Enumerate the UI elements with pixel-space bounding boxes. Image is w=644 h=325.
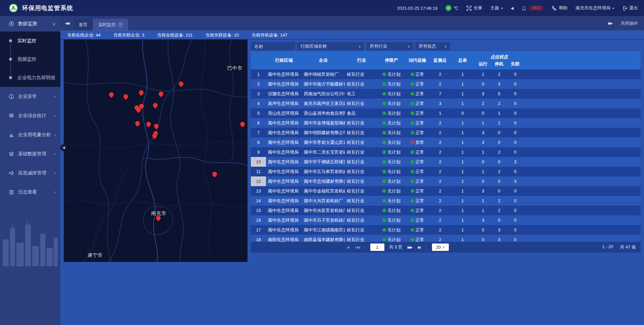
table-row[interactable]: 5营山生态环境局营山县润丰肉食品有限食品无计划正常10010 [251, 108, 641, 118]
cell-running: 0 [475, 79, 491, 89]
map-pin[interactable] [108, 91, 115, 98]
table-row[interactable]: 16阆中生态环境局阆中市石子页岩机砖厂砖瓦行业无计划正常21300 [251, 215, 641, 225]
close-tab-icon[interactable]: × [118, 22, 123, 27]
notifications[interactable]: 2632 [522, 5, 544, 11]
map-pin[interactable] [239, 121, 246, 127]
chevron-down-icon: ∨ [442, 246, 445, 249]
map-pin[interactable] [134, 120, 141, 127]
status-dot-icon [382, 131, 386, 134]
table-row[interactable]: 7阆中生态环境局阆中明阳建材有限公司砖瓦行业无计划正常21300 [251, 128, 641, 138]
cell-stopped: 3 [491, 79, 507, 89]
status-dot-icon [411, 218, 414, 222]
cell-region: 营山生态环境局 [266, 108, 302, 118]
sidebar: 数据监测 ∨ 实时监控 视频监控 企业电力负荷明细 企业异常 ‹ 企业综合统计 … [0, 16, 60, 325]
status-dot-icon [411, 131, 414, 134]
tab-home[interactable]: 首页 [73, 19, 93, 31]
map-pin[interactable] [152, 102, 159, 109]
next-page-icon[interactable]: ▶▶ [408, 245, 412, 250]
sidebar-item-data-monitor[interactable]: 数据监测 ∨ [0, 16, 60, 32]
cell-running: 0 [475, 157, 491, 167]
status-dot-icon [411, 141, 414, 144]
help-button[interactable]: 帮助 [552, 5, 568, 11]
cell-pollution-facility: 正常 [405, 118, 430, 128]
cell-running: 3 [475, 215, 491, 225]
page-size-select[interactable]: 20∨ [432, 243, 449, 251]
map-pin[interactable] [122, 93, 129, 100]
status-dot-icon [411, 121, 414, 125]
status-dot-icon [411, 150, 414, 154]
map-pin[interactable] [178, 80, 184, 87]
table-row[interactable]: 4高坪生态环境局南充市高坪区王家店建砖瓦行业无计划正常31220 [251, 99, 641, 108]
cell-company: 阆中大兴页岩机砖厂 [302, 196, 345, 206]
table-row[interactable]: 8阆中生态环境局阆中市枣碧大梁山页岩砖瓦行业无计划异常21300 [251, 138, 641, 147]
sidebar-item-power-load-detail[interactable]: 企业电力负荷明细 [0, 68, 60, 87]
cell-filler [523, 157, 641, 167]
map-pin[interactable] [145, 121, 152, 127]
tabs-scroll-right-icon[interactable]: ▶▶ [608, 21, 612, 25]
table-row[interactable]: 2阆中生态环境局阆中市南方节能建材有砖瓦行业无计划正常21030 [251, 79, 641, 89]
table-row[interactable]: 15阆中生态环境局阆中市光富页岩机砖厂砖瓦行业无计划正常21120 [251, 206, 641, 215]
table-row[interactable]: 12阆中生态环境局阆中市忠信建材有限公砖瓦行业无计划正常21003 [251, 176, 641, 186]
cell-region: 阆中生态环境局 [266, 138, 302, 147]
sidebar-collapse-handle[interactable]: ◀ [60, 144, 67, 151]
sidebar-item-enterprise-abnormal[interactable]: 企业异常 ‹ [0, 87, 60, 106]
cell-company: 南充市高坪区王家店建 [302, 99, 345, 108]
table-row[interactable]: 10阆中生态环境局阆中市千佛镇五郎垭页岩砖瓦行业无计划正常21003 [251, 157, 641, 167]
table-row[interactable]: 1阆中生态环境局阆中强锐页岩砖厂砖瓦行业无计划正常21120 [251, 69, 641, 79]
table-row[interactable]: 9阆中生态环境局阆中市二龙长宝页岩砖砖瓦行业无计划正常21120 [251, 147, 641, 157]
tab-realtime-monitor[interactable]: 实时监控 × [93, 19, 128, 31]
status-dot-icon [382, 82, 386, 86]
map-pin[interactable] [138, 89, 145, 96]
first-page-icon[interactable]: |◀ [346, 245, 349, 250]
pagination-bar: |◀ ◀◀ | 共 3 页 ▶▶ ▶| | 20∨ 1 - 20 共 47 条 [251, 242, 641, 253]
cell-stopped: 2 [491, 69, 507, 79]
status-dot-icon [411, 72, 414, 76]
org-menu[interactable]: 南充市生态环境局▾ [576, 5, 614, 11]
sidebar-item-power-analysis[interactable]: 企业用电量分析 ‹ [0, 125, 60, 144]
page-number-input[interactable] [370, 243, 384, 251]
map-pin[interactable] [153, 123, 160, 129]
sidebar-item-realtime-monitor[interactable]: 实时监控 [0, 32, 60, 50]
col-limit-production: 停限产 [378, 51, 405, 69]
sidebar-item-emergency-reduction[interactable]: 应急减排管理 ‹ [0, 163, 60, 182]
close-operations-menu[interactable]: 关闭操作 [621, 20, 638, 26]
cell-index: 18 [251, 235, 266, 242]
bullet-dot-icon [9, 39, 12, 42]
sidebar-item-logs[interactable]: 日志查看 ‹ [0, 182, 60, 202]
enterprise-table: 行政区域 企业 行业 停限产 治污设施 监测点 总表 点位状态 运行 停机 失联… [251, 51, 641, 253]
cell-stopped: 2 [491, 196, 507, 206]
prev-page-icon[interactable]: ◀◀ [355, 245, 359, 250]
status-select[interactable]: 所有状态∨ [415, 42, 450, 50]
cell-limit-production: 无计划 [378, 79, 405, 89]
last-page-icon[interactable]: ▶| [418, 245, 420, 250]
cell-pollution-facility: 正常 [405, 186, 430, 196]
main-area: ◀◀ 首页 实时监控 × ▶▶ 关闭操作 当前在线企业: 44 当前失联企业: … [60, 16, 644, 325]
status-dot-icon [382, 179, 386, 183]
table-row[interactable]: 17阆中生态环境局阆中市江南镇阆南页岩砖瓦行业无计划正常21030 [251, 225, 641, 235]
table-row[interactable]: 14阆中生态环境局阆中大兴页岩机砖厂砖瓦行业无计划正常21120 [251, 196, 641, 206]
cell-filler [523, 235, 641, 242]
name-search-input[interactable] [251, 42, 295, 50]
region-select[interactable]: 行政区域名称∨ [297, 42, 364, 50]
cell-index: 9 [251, 147, 266, 157]
map-pin[interactable] [158, 91, 164, 97]
sidebar-item-base-data[interactable]: 基础数据管理 ‹ [0, 144, 60, 163]
industry-select[interactable]: 所有行业∨ [366, 42, 413, 50]
announcement-toggle[interactable]: ◀ [511, 6, 514, 10]
sidebar-item-video-monitor[interactable]: 视频监控 [0, 50, 60, 68]
table-row[interactable]: 11阆中生态环境局阆中市五马桥页岩机砖砖瓦行业无计划正常21120 [251, 167, 641, 176]
sidebar-item-enterprise-statistics[interactable]: 企业综合统计 ‹ [0, 106, 60, 125]
table-row[interactable]: 13阆中生态环境局阆中市金福旺页岩机砖砖瓦行业无计划正常21300 [251, 186, 641, 196]
map-panel[interactable]: 巴中市南充市遂宁市 [64, 40, 248, 262]
fullscreen-button[interactable]: 全屏 [467, 5, 482, 11]
logout-button[interactable]: 退出 [622, 5, 638, 11]
cell-monitor-points: 2 [430, 206, 450, 215]
table-row[interactable]: 3仪陇生态环境局西南油气田分公司川中化工无计划正常71350 [251, 89, 641, 99]
table-row[interactable]: 6阆中生态环境局阆中市金博瑞新型墙材砖瓦行业无计划正常21120 [251, 118, 641, 128]
table-row[interactable]: 18南部生态环境局南部县瑞丰建材有限公砖瓦行业无计划正常21030 [251, 235, 641, 242]
theme-menu[interactable]: 主题▾ [490, 5, 503, 11]
cell-pollution-facility: 正常 [405, 157, 430, 167]
tabs-scroll-left-icon[interactable]: ◀◀ [60, 21, 73, 25]
chevron-down-icon: ▾ [612, 6, 614, 10]
map-pin[interactable] [211, 171, 218, 177]
